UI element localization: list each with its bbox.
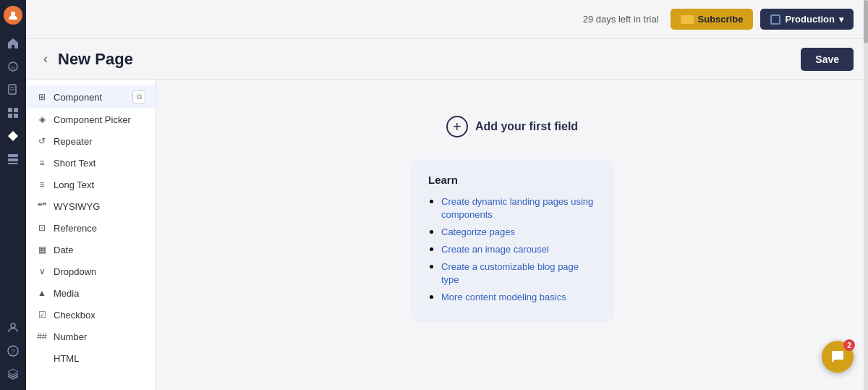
field-item-reference[interactable]: ⊡ Reference [26, 217, 156, 239]
field-type-icon: ↺ [36, 135, 48, 147]
chevron-down-icon: ▾ [839, 14, 843, 25]
field-type-icon: ≡ [36, 179, 48, 190]
field-item-number[interactable]: ## Number [26, 326, 156, 347]
add-field-button[interactable]: + Add your first field [432, 109, 592, 145]
learn-list-item: Create a customizable blog page type [441, 260, 596, 286]
field-item-left: HTML [36, 352, 79, 364]
field-item-checkbox[interactable]: ☑ Checkbox [26, 304, 156, 326]
page-header-left: ‹ New Page [41, 48, 133, 69]
learn-list: Create dynamic landing pages using compo… [428, 195, 596, 303]
learn-link[interactable]: Create an image carousel [441, 244, 549, 255]
learn-list-item: Create dynamic landing pages using compo… [441, 195, 596, 221]
field-item-short-text[interactable]: ≡ Short Text [26, 152, 156, 174]
learn-link[interactable]: Categorize pages [441, 226, 515, 237]
field-type-icon: ∨ [36, 266, 48, 277]
field-type-icon: ◈ [36, 114, 48, 125]
field-item-label: Repeater [54, 136, 92, 147]
learn-link[interactable]: More content modeling basics [441, 292, 566, 302]
field-item-label: Component Picker [54, 114, 131, 125]
field-item-date[interactable]: ▦ Date [26, 239, 156, 260]
subscribe-flag-icon [681, 15, 694, 24]
field-item-label: Short Text [54, 158, 95, 169]
field-type-icon: ≡ [36, 157, 48, 169]
sidebar-icon-users[interactable] [3, 318, 23, 338]
field-item-label: Component [54, 92, 102, 103]
field-type-icon: ## [36, 331, 48, 342]
field-item-label: Number [54, 331, 87, 342]
content-area: ⊞ Component ⧉ ◈ Component Picker ↺ Repea… [26, 80, 868, 390]
sidebar-icon-grid[interactable] [3, 103, 23, 123]
subscribe-button[interactable]: Subscribe [671, 9, 754, 30]
chat-bubble[interactable]: 2 [822, 341, 854, 373]
field-item-left: ◈ Component Picker [36, 114, 131, 125]
avatar[interactable] [4, 6, 22, 25]
svg-marker-10 [8, 131, 18, 141]
field-item-left: ⊡ Reference [36, 222, 97, 234]
learn-title: Learn [428, 174, 596, 186]
field-item-left: ☑ Checkbox [36, 309, 95, 321]
sidebar-icon-layers[interactable] [3, 364, 23, 384]
svg-rect-7 [14, 108, 18, 112]
learn-list-item: More content modeling basics [441, 290, 596, 303]
topbar: 29 days left in trial Subscribe Producti… [26, 0, 868, 39]
page-header: ‹ New Page Save [26, 39, 868, 80]
page-title: New Page [58, 50, 133, 69]
sidebar: b ? [0, 0, 26, 390]
field-item-dropdown[interactable]: ∨ Dropdown [26, 260, 156, 282]
sidebar-icon-question[interactable]: ? [3, 341, 23, 361]
trial-text: 29 days left in trial [583, 14, 659, 25]
production-label: Production [785, 14, 835, 25]
field-copy-button[interactable]: ⧉ [132, 90, 145, 103]
field-item-left: ❝❞ WYSIWYG [36, 200, 100, 212]
subscribe-label: Subscribe [698, 14, 744, 25]
field-item-label: Checkbox [54, 310, 95, 321]
back-arrow-icon: ‹ [43, 51, 48, 66]
field-item-component-picker[interactable]: ◈ Component Picker [26, 109, 156, 130]
field-item-html[interactable]: HTML [26, 347, 156, 369]
field-item-long-text[interactable]: ≡ Long Text [26, 174, 156, 195]
field-item-left: ▲ Media [36, 287, 79, 299]
sidebar-icon-pages[interactable] [3, 80, 23, 100]
field-type-icon: ☑ [36, 309, 48, 321]
chat-icon [830, 349, 845, 364]
svg-text:?: ? [11, 348, 14, 355]
field-item-left: ## Number [36, 331, 87, 342]
sidebar-icon-home[interactable] [3, 33, 23, 54]
field-type-icon: ❝❞ [36, 200, 48, 212]
field-type-icon: ▲ [36, 287, 48, 299]
svg-rect-8 [8, 114, 12, 118]
production-button[interactable]: Production ▾ [760, 9, 854, 30]
sidebar-icon-components[interactable] [3, 126, 23, 146]
scrollbar-thumb [864, 0, 868, 43]
learn-box: Learn Create dynamic landing pages using… [411, 159, 613, 322]
field-type-icon: ⊞ [36, 91, 48, 103]
field-item-label: HTML [54, 353, 79, 364]
field-item-label: Long Text [54, 179, 94, 190]
sidebar-icon-blocks[interactable] [3, 149, 23, 169]
field-item-component[interactable]: ⊞ Component ⧉ [26, 85, 156, 109]
field-item-repeater[interactable]: ↺ Repeater [26, 130, 156, 152]
learn-link[interactable]: Create dynamic landing pages using compo… [441, 196, 593, 220]
field-item-label: Date [54, 245, 73, 255]
sidebar-icon-data[interactable]: b [3, 56, 23, 77]
svg-point-14 [11, 323, 15, 328]
field-item-media[interactable]: ▲ Media [26, 282, 156, 304]
field-item-label: Media [54, 288, 79, 299]
field-item-wysiwyg[interactable]: ❝❞ WYSIWYG [26, 195, 156, 217]
field-item-left: ≡ Long Text [36, 179, 94, 190]
save-button[interactable]: Save [801, 48, 854, 71]
scrollbar[interactable] [864, 0, 868, 390]
chat-badge: 2 [843, 339, 855, 351]
field-type-icon: ▦ [36, 244, 48, 255]
back-button[interactable]: ‹ [41, 48, 51, 69]
svg-text:b: b [12, 64, 15, 71]
svg-rect-11 [8, 154, 18, 157]
svg-rect-13 [8, 163, 18, 164]
field-item-left: ⊞ Component [36, 91, 102, 103]
edit-area: + Add your first field Learn Create dyna… [156, 80, 868, 390]
field-item-left: ↺ Repeater [36, 135, 92, 147]
field-item-label: WYSIWYG [54, 201, 100, 212]
learn-link[interactable]: Create a customizable blog page type [441, 261, 579, 285]
svg-rect-12 [8, 158, 18, 161]
field-item-label: Reference [54, 223, 97, 234]
